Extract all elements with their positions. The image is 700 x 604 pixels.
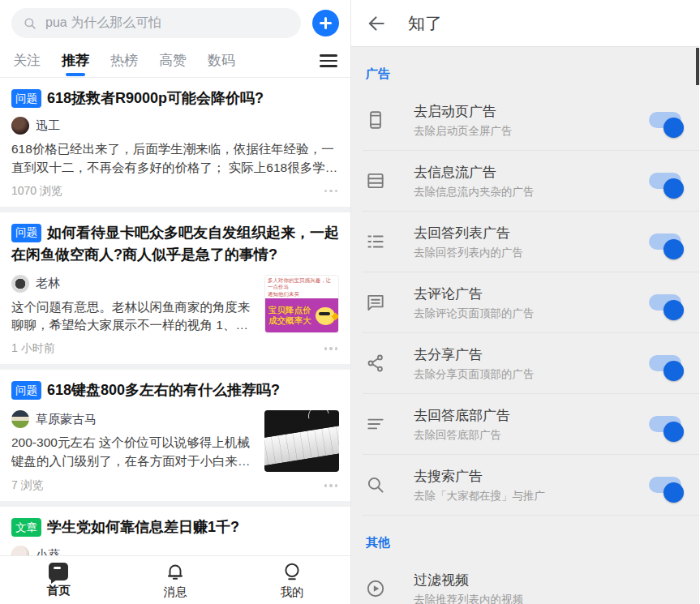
view-count: 7 浏览 (11, 478, 44, 493)
feed-card[interactable]: 问题如何看待显卡吧众多吧友自发组织起来，一起在闲鱼做空商人?商人似乎是急了的事情… (0, 212, 350, 365)
setting-subtitle: 去除评论页面顶部的广告 (414, 306, 649, 321)
more-options-icon[interactable] (323, 188, 340, 195)
author-name: 老林 (36, 276, 60, 291)
setting-row-comment-ads[interactable]: 去评论广告 去除评论页面顶部的广告 (351, 272, 699, 332)
settings-panel: 知了 广告 去启动页广告 去除启动页全屏广告 去信息流广告 去除信息流内夹杂的广… (351, 0, 699, 604)
section-header-ads: 广告 (351, 47, 699, 90)
avatar (11, 117, 29, 135)
nav-home[interactable]: 首页 (0, 556, 117, 604)
scrollbar[interactable] (696, 48, 699, 85)
post-excerpt: 200-300元左右 这个价位可以说够得上机械键盘的入门级别了，在各方面对于小白… (11, 434, 255, 471)
nav-label: 我的 (281, 585, 304, 600)
search-placeholder: pua 为什么那么可怕 (45, 15, 161, 32)
toggle-comment-ads[interactable] (649, 294, 681, 311)
home-icon (49, 563, 68, 580)
nav-profile[interactable]: 我的 (234, 556, 350, 604)
author-row[interactable]: 老林 (11, 275, 255, 293)
tab-digital[interactable]: 数码 (208, 51, 235, 76)
lines-icon (365, 413, 386, 435)
bottom-nav: 首页 消息 我的 (0, 555, 350, 604)
list-icon (365, 231, 386, 252)
timestamp: 1 小时前 (11, 341, 55, 356)
post-title: 问题如何看待显卡吧众多吧友自发组织起来，一起在闲鱼做空商人?商人似乎是急了的事情… (11, 222, 339, 266)
toggle-answer-list-ads[interactable] (649, 233, 681, 250)
author-row[interactable]: 迅工 (11, 117, 339, 135)
share-icon (365, 353, 386, 374)
nav-messages[interactable]: 消息 (117, 556, 234, 604)
promo-caption: 多人对你的宝贝感兴趣，让一点价马 通知他们来买 (265, 276, 338, 298)
setting-title: 去启动页广告 (414, 102, 649, 121)
profile-icon (281, 561, 303, 582)
tab-recommend[interactable]: 推荐 (62, 51, 89, 76)
toggle-feed-ads[interactable] (649, 173, 681, 189)
tab-upvoted[interactable]: 高赞 (159, 51, 187, 76)
question-badge: 问题 (11, 89, 41, 108)
post-thumbnail[interactable] (264, 410, 339, 472)
question-badge: 问题 (11, 224, 41, 242)
fish-cartoon-icon (316, 307, 335, 325)
card-footer: 1 小时前 (11, 341, 339, 356)
author-row[interactable]: 草原蒙古马 (11, 410, 255, 428)
setting-title: 去信息流广告 (414, 163, 649, 182)
setting-subtitle: 去除回答列表内的广告 (414, 246, 649, 260)
post-thumbnail[interactable]: 多人对你的宝贝感兴趣，让一点价马 通知他们来买 宝贝降点价 成交概率大 (264, 275, 339, 333)
setting-title: 去分享广告 (414, 345, 649, 364)
bell-icon (165, 561, 186, 582)
tab-follow[interactable]: 关注 (13, 51, 41, 76)
more-options-icon[interactable] (323, 345, 340, 352)
avatar (11, 275, 29, 293)
toggle-answer-bottom-ads[interactable] (649, 416, 681, 432)
toggle-splash-ads[interactable] (649, 112, 681, 128)
phone-icon (365, 109, 386, 131)
toggle-search-ads[interactable] (649, 477, 681, 493)
setting-subtitle: 去除回答底部广告 (414, 428, 649, 443)
feed-icon (365, 170, 386, 191)
page-title: 知了 (408, 12, 442, 35)
setting-subtitle: 去除启动页全屏广告 (414, 124, 649, 139)
feed-panel: pua 为什么那么可怕 关注 推荐 热榜 高赞 数码 问题618拯救者R9000… (0, 0, 351, 604)
more-options-icon[interactable] (323, 482, 340, 489)
view-count: 1070 浏览 (11, 184, 62, 199)
comment-icon (365, 292, 386, 313)
setting-row-feed-ads[interactable]: 去信息流广告 去除信息流内夹杂的广告 (351, 151, 699, 211)
nav-label: 消息 (164, 585, 187, 600)
back-arrow-icon[interactable] (366, 13, 387, 34)
post-title: 问题618拯救者R9000p可能会降价吗? (11, 88, 339, 109)
author-name: 草原蒙古马 (36, 412, 97, 427)
play-icon (365, 578, 386, 599)
split-screen: pua 为什么那么可怕 关注 推荐 热榜 高赞 数码 问题618拯救者R9000… (0, 0, 700, 604)
feed-card[interactable]: 问题618键盘800多左右的有什么推荐吗? 草原蒙古马 200-300元左右 这… (0, 370, 350, 501)
feed-card[interactable]: 问题618拯救者R9000p可能会降价吗? 迅工 618价格已经出来了，后面学生… (0, 78, 350, 207)
feed-card[interactable]: 文章学生党如何靠信息差日赚1千? 小葵 (0, 507, 350, 559)
tab-hot[interactable]: 热榜 (110, 51, 138, 76)
setting-row-filter-videos[interactable]: 过滤视频 去除推荐列表内的视频 (351, 559, 699, 604)
post-excerpt: 这个问题有意思。老林以闲鱼商家的角度来聊聊，希望给大家展示不一样的视角 1、自发… (11, 298, 255, 336)
settings-header: 知了 (351, 0, 699, 47)
setting-title: 去搜索广告 (414, 467, 649, 486)
card-footer: 1070 浏览 (11, 184, 339, 199)
search-input[interactable]: pua 为什么那么可怕 (11, 8, 301, 38)
setting-subtitle: 去除分享页面顶部的广告 (414, 367, 649, 382)
setting-row-share-ads[interactable]: 去分享广告 去除分享页面顶部的广告 (351, 333, 699, 393)
setting-subtitle: 去除推荐列表内的视频 (414, 593, 681, 604)
setting-row-search-ads[interactable]: 去搜索广告 去除「大家都在搜」与推广 (351, 455, 699, 515)
toggle-share-ads[interactable] (649, 355, 681, 371)
menu-icon[interactable] (320, 54, 337, 67)
avatar (11, 410, 29, 428)
setting-title: 过滤视频 (414, 571, 681, 589)
search-icon (23, 16, 37, 31)
question-badge: 问题 (11, 381, 41, 400)
nav-label: 首页 (47, 583, 71, 598)
promo-banner: 宝贝降点价 成交概率大 (265, 298, 338, 332)
feed-list: 问题618拯救者R9000p可能会降价吗? 迅工 618价格已经出来了，后面学生… (0, 78, 350, 559)
section-header-other: 其他 (351, 516, 699, 559)
setting-row-answer-bottom-ads[interactable]: 去回答底部广告 去除回答底部广告 (351, 394, 699, 454)
setting-title: 去回答底部广告 (414, 406, 649, 425)
add-button[interactable] (312, 10, 339, 36)
setting-title: 去回答列表广告 (414, 224, 649, 242)
setting-row-splash-ads[interactable]: 去启动页广告 去除启动页全屏广告 (351, 90, 699, 150)
setting-row-answer-list-ads[interactable]: 去回答列表广告 去除回答列表内的广告 (351, 212, 699, 272)
author-name: 迅工 (36, 118, 60, 134)
search-icon (365, 474, 386, 495)
post-title: 问题618键盘800多左右的有什么推荐吗? (11, 379, 339, 401)
